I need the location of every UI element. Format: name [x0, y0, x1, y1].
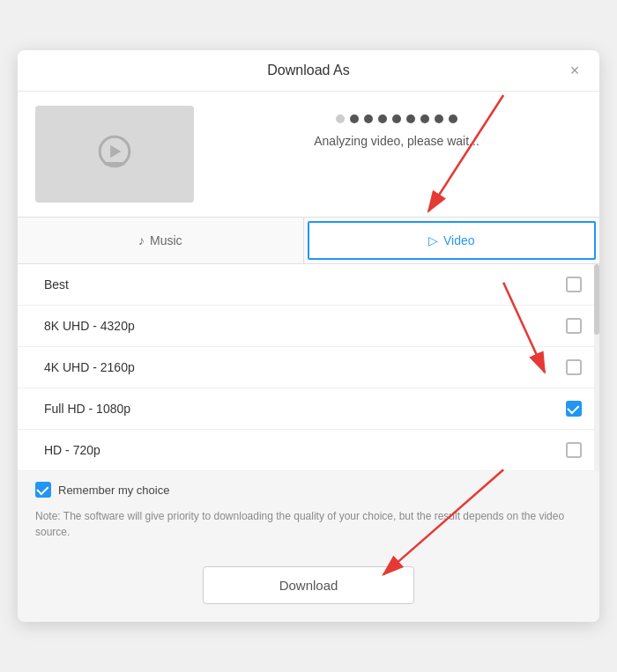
scrollbar-track: [594, 264, 599, 471]
dot-5: [392, 114, 401, 123]
close-button[interactable]: ×: [564, 60, 585, 81]
tabs-container: ♪ Music ▷ Video: [18, 217, 599, 264]
dot-7: [420, 114, 429, 123]
dot-6: [406, 114, 415, 123]
dot-1: [336, 114, 345, 123]
quality-checkbox-4k[interactable]: [566, 359, 582, 375]
download-dialog: Download As × Analyzing video: [18, 50, 599, 622]
music-icon: ♪: [138, 233, 145, 247]
quality-list: Best 8K UHD - 4320p 4K UHD - 2160p Full …: [18, 264, 599, 471]
dot-9: [449, 114, 457, 123]
progress-dots: [336, 114, 457, 123]
quality-list-container: Best 8K UHD - 4320p 4K UHD - 2160p Full …: [18, 264, 599, 471]
quality-label-4k: 4K UHD - 2160p: [44, 360, 135, 374]
dot-2: [350, 114, 359, 123]
quality-checkbox-best[interactable]: [566, 277, 582, 292]
remember-label: Remember my choice: [58, 484, 169, 497]
quality-label-best: Best: [44, 277, 69, 292]
remember-checkbox[interactable]: [35, 482, 51, 498]
dialog-header: Download As ×: [18, 50, 599, 92]
quality-item-4k[interactable]: 4K UHD - 2160p: [18, 347, 599, 388]
quality-item-8k[interactable]: 8K UHD - 4320p: [18, 306, 599, 347]
tab-video-label: Video: [443, 233, 475, 247]
download-button[interactable]: Download: [203, 566, 414, 604]
tab-music-label: Music: [150, 233, 182, 247]
quality-label-1080p: Full HD - 1080p: [44, 402, 130, 416]
quality-item-1080p[interactable]: Full HD - 1080p: [18, 388, 599, 430]
footer-area: Download: [18, 552, 599, 622]
dot-8: [435, 114, 443, 123]
dot-4: [378, 114, 387, 123]
remember-area: Remember my choice: [18, 471, 599, 508]
quality-item-best[interactable]: Best: [18, 264, 599, 306]
quality-label-8k: 8K UHD - 4320p: [44, 319, 135, 333]
content-area: Analyzing video, please wait...: [18, 92, 599, 217]
tab-music[interactable]: ♪ Music: [18, 218, 304, 263]
dialog-title: Download As: [267, 63, 349, 78]
analyzing-text: Analyzing video, please wait...: [314, 134, 479, 148]
svg-rect-1: [104, 162, 125, 166]
scroll-thumb[interactable]: [594, 264, 599, 335]
tab-video[interactable]: ▷ Video: [308, 221, 597, 260]
quality-label-720p: HD - 720p: [44, 443, 100, 457]
quality-item-720p[interactable]: HD - 720p: [18, 430, 599, 471]
quality-checkbox-8k[interactable]: [566, 318, 582, 334]
dot-3: [364, 114, 373, 123]
quality-checkbox-1080p[interactable]: [566, 401, 582, 417]
analyzing-area: Analyzing video, please wait...: [212, 106, 582, 148]
video-thumbnail: [35, 106, 194, 203]
quality-checkbox-720p[interactable]: [566, 442, 582, 458]
thumbnail-icon: [88, 128, 141, 181]
note-text: Note: The software will give priority to…: [18, 508, 599, 552]
video-icon: ▷: [428, 233, 438, 247]
